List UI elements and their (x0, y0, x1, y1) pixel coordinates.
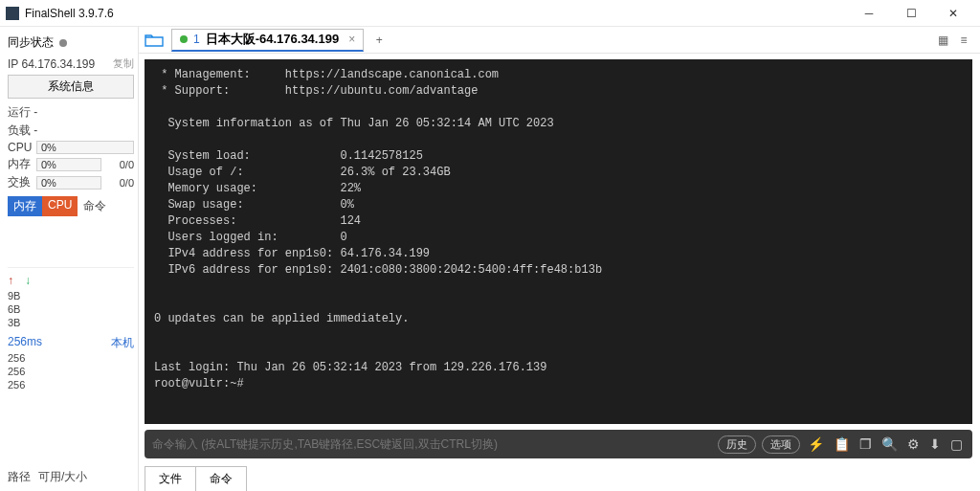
session-name: 日本大阪-64.176.34.199 (206, 31, 339, 48)
session-tab[interactable]: 1 日本大阪-64.176.34.199 × (171, 29, 364, 52)
list-view-icon[interactable]: ≡ (955, 32, 972, 49)
bolt-icon[interactable]: ⚡ (806, 436, 826, 452)
minimize-button[interactable]: ─ (848, 0, 890, 27)
file-tab[interactable]: 文件 (145, 466, 196, 491)
app-icon (6, 7, 19, 20)
system-info-button[interactable]: 系统信息 (8, 75, 134, 99)
chart-area (8, 220, 134, 268)
path-tab[interactable]: 路径 (8, 469, 31, 485)
settings-icon[interactable]: ⚙ (905, 436, 922, 452)
latency-value: 256ms (8, 335, 42, 351)
grid-view-icon[interactable]: ▦ (934, 32, 951, 49)
sync-status-label: 同步状态 (8, 34, 54, 51)
status-dot-icon (180, 35, 188, 43)
main-area: 1 日本大阪-64.176.34.199 × + ▦ ≡ * Managemen… (139, 27, 980, 491)
folder-icon[interactable] (143, 30, 166, 51)
tab-cpu[interactable]: CPU (42, 196, 78, 216)
fullscreen-icon[interactable]: ▢ (948, 436, 965, 452)
history-button[interactable]: 历史 (718, 435, 756, 454)
command-bar: 历史 选项 ⚡ 📋 ❐ 🔍 ⚙ ⬇ ▢ (145, 430, 972, 458)
copy-icon[interactable]: ❐ (858, 436, 874, 452)
running-label: 运行 - (8, 104, 37, 121)
copy-button[interactable]: 复制 (113, 56, 134, 71)
swap-right: 0/0 (101, 177, 134, 189)
close-button[interactable]: ✕ (932, 0, 974, 27)
tab-command[interactable]: 命令 (78, 196, 112, 216)
session-tabbar: 1 日本大阪-64.176.34.199 × + ▦ ≡ (139, 27, 980, 54)
ip-label: IP 64.176.34.199 (8, 57, 95, 71)
swap-label: 交换 (8, 174, 36, 190)
load-label: 负载 - (8, 123, 37, 139)
sidebar: 同步状态 IP 64.176.34.199 复制 系统信息 运行 - 负载 - … (0, 27, 139, 491)
close-tab-icon[interactable]: × (348, 33, 355, 46)
titlebar: FinalShell 3.9.7.6 ─ ☐ ✕ (0, 0, 980, 27)
cpu-bar: 0% (36, 141, 134, 154)
mem-right: 0/0 (101, 159, 134, 170)
window-title: FinalShell 3.9.7.6 (25, 7, 848, 20)
mem-label: 内存 (8, 156, 36, 172)
search-icon[interactable]: 🔍 (880, 436, 900, 452)
options-button[interactable]: 选项 (762, 435, 800, 454)
terminal-output[interactable]: * Management: https://landscape.canonica… (145, 59, 972, 424)
traffic-numbers: 9B 6B 3B (8, 289, 134, 329)
command-tab[interactable]: 命令 (195, 466, 247, 491)
command-input[interactable] (152, 437, 712, 451)
session-number: 1 (193, 33, 200, 46)
maximize-button[interactable]: ☐ (890, 0, 932, 27)
latency-numbers: 256 256 256 (8, 351, 134, 391)
download-icon[interactable]: ⬇ (927, 436, 943, 452)
download-arrow-icon: ↓ (25, 274, 31, 287)
bottom-panel-tabs: 文件 命令 (145, 462, 972, 491)
swap-bar: 0% (36, 176, 101, 190)
tab-memory[interactable]: 内存 (8, 196, 42, 216)
available-tab[interactable]: 可用/大小 (38, 469, 87, 485)
cpu-label: CPU (8, 141, 36, 154)
sync-status-dot (59, 39, 67, 47)
clipboard-icon[interactable]: 📋 (832, 436, 852, 452)
local-label[interactable]: 本机 (111, 335, 134, 351)
add-tab-button[interactable]: + (368, 29, 390, 52)
upload-arrow-icon: ↑ (8, 274, 13, 287)
mem-bar: 0% (36, 158, 101, 171)
